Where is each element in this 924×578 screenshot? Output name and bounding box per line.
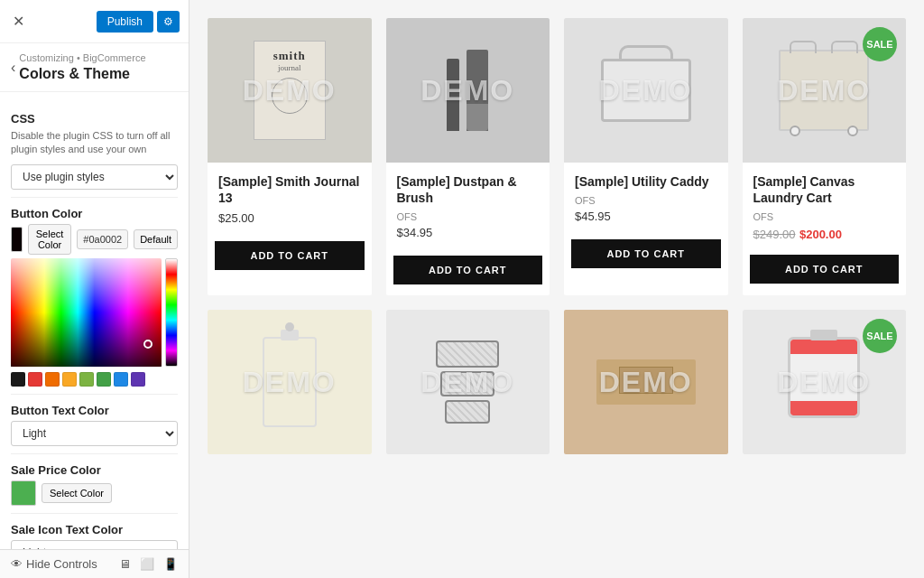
button-default-btn[interactable]: Default (134, 229, 178, 249)
plugin-css-select[interactable]: Use plugin styles Disable plugin CSS (11, 164, 178, 190)
button-hex-badge: #0a0002 (77, 229, 128, 249)
gear-button[interactable]: ⚙ (157, 11, 180, 33)
button-color-swatch (11, 227, 23, 252)
sidebar: ✕ Publish ⚙ ‹ Customizing • BigCommerce … (0, 0, 189, 578)
swatch-blue[interactable] (114, 372, 128, 387)
demo-text-3: DEMO (599, 74, 693, 107)
product-card-8: SALE DEMO (743, 310, 907, 454)
demo-overlay-2: DEMO (386, 18, 550, 163)
product-card-6: DEMO (386, 310, 550, 454)
product-image-2: DEMO (386, 18, 550, 163)
price-sale-4: $200.00 (799, 228, 842, 241)
product-image-5: DEMO (208, 310, 372, 454)
add-to-cart-3[interactable]: ADD TO CART (571, 239, 721, 268)
product-info-1: [Sample] Smith Journal 13 $25.00 (208, 163, 372, 234)
swatch-purple[interactable] (131, 372, 145, 387)
product-name-4: [Sample] Canvas Laundry Cart (753, 173, 896, 206)
sidebar-content: CSS Disable the plugin CSS to turn off a… (0, 92, 189, 549)
demo-overlay-1: DEMO (208, 18, 372, 163)
sale-price-swatch (11, 480, 36, 506)
product-name-2: [Sample] Dustpan & Brush (397, 173, 540, 206)
css-section-desc: Disable the plugin CSS to turn off all p… (11, 129, 178, 157)
page-title: Colors & Theme (19, 66, 145, 82)
color-hue-slider[interactable] (165, 258, 178, 367)
sale-badge-4: SALE (863, 27, 897, 61)
sidebar-topbar: ✕ Publish ⚙ (0, 0, 189, 43)
product-price-2: $34.95 (397, 226, 540, 239)
product-price-3: $45.95 (575, 210, 717, 223)
product-info-4: [Sample] Canvas Laundry Cart OFS $249.00… (743, 163, 907, 247)
swatch-red[interactable] (28, 372, 42, 387)
product-price-row-4: $249.00 $200.00 (753, 226, 896, 242)
demo-text-2: DEMO (420, 74, 514, 107)
demo-text-8: DEMO (777, 366, 871, 399)
demo-overlay-5: DEMO (208, 310, 372, 454)
demo-text-1: DEMO (243, 74, 337, 107)
button-text-color-label: Button Text Color (11, 404, 178, 417)
main-content: smith journal DEMO [Sample] Smith Journa… (189, 0, 924, 578)
color-swatches-row (11, 372, 178, 387)
product-image-8: SALE DEMO (743, 310, 907, 454)
breadcrumb-section: ‹ Customizing • BigCommerce Colors & The… (0, 43, 189, 92)
product-image-3: DEMO (564, 18, 728, 163)
product-card-3: DEMO [Sample] Utility Caddy OFS $45.95 A… (564, 18, 728, 295)
demo-text-6: DEMO (420, 366, 514, 399)
sale-price-select-btn[interactable]: Select Color (42, 483, 112, 503)
breadcrumb: Customizing • BigCommerce (19, 52, 145, 63)
button-text-color-select[interactable]: Light Dark (11, 421, 178, 446)
demo-text-5: DEMO (243, 366, 337, 399)
sale-icon-text-color-select[interactable]: Light Dark (11, 540, 178, 549)
product-card-2: DEMO [Sample] Dustpan & Brush OFS $34.95… (386, 18, 550, 295)
swatch-lime[interactable] (79, 372, 94, 387)
sidebar-footer: 👁 Hide Controls 🖥 ⬜ 📱 (0, 549, 189, 578)
demo-overlay-6: DEMO (386, 310, 550, 454)
demo-overlay-7: DEMO (564, 310, 728, 454)
product-image-4: SALE DEMO (743, 18, 907, 163)
add-to-cart-4[interactable]: ADD TO CART (750, 255, 900, 284)
product-card-7: DEMO (564, 310, 728, 454)
product-name-3: [Sample] Utility Caddy (575, 173, 717, 190)
product-name-1: [Sample] Smith Journal 13 (218, 173, 361, 206)
product-card-5: DEMO (208, 310, 372, 454)
close-button[interactable]: ✕ (9, 9, 28, 33)
product-info-3: [Sample] Utility Caddy OFS $45.95 (564, 163, 728, 232)
publish-button[interactable]: Publish (97, 11, 153, 33)
sale-price-color-row: Select Color (11, 480, 178, 506)
product-ofs-2: OFS (397, 211, 540, 222)
tablet-view-btn[interactable]: ⬜ (140, 557, 154, 571)
product-image-1: smith journal DEMO (208, 18, 372, 163)
price-original-4: $249.00 (753, 228, 796, 241)
product-ofs-4: OFS (753, 211, 896, 222)
eye-icon: 👁 (11, 557, 23, 571)
desktop-view-btn[interactable]: 🖥 (119, 557, 131, 571)
demo-text-7: DEMO (599, 366, 693, 399)
button-color-row: Select Color #0a0002 Default (11, 224, 178, 255)
swatch-black[interactable] (11, 372, 25, 387)
product-card-1: smith journal DEMO [Sample] Smith Journa… (208, 18, 372, 295)
mobile-view-btn[interactable]: 📱 (163, 557, 178, 571)
product-card-4: SALE DEMO [Sample] Canvas Laundry Cart O… (743, 18, 907, 295)
button-select-color-btn[interactable]: Select Color (28, 224, 72, 255)
button-color-label: Button Color (11, 207, 178, 220)
sale-icon-text-color-label: Sale Icon Text Color (11, 523, 178, 536)
hide-controls-label: Hide Controls (26, 557, 97, 571)
product-price-1: $25.00 (218, 211, 361, 225)
swatch-orange[interactable] (45, 372, 60, 387)
add-to-cart-2[interactable]: ADD TO CART (393, 256, 543, 284)
color-picker (11, 258, 178, 367)
back-button[interactable]: ‹ (11, 60, 15, 76)
demo-overlay-3: DEMO (564, 18, 728, 163)
product-grid: smith journal DEMO [Sample] Smith Journa… (208, 18, 906, 454)
swatch-green[interactable] (97, 372, 111, 387)
product-ofs-3: OFS (575, 195, 717, 206)
sale-price-color-label: Sale Price Color (11, 463, 178, 477)
color-gradient-area[interactable] (11, 258, 162, 367)
product-image-7: DEMO (564, 310, 728, 454)
product-info-2: [Sample] Dustpan & Brush OFS $34.95 (386, 163, 550, 248)
add-to-cart-1[interactable]: ADD TO CART (215, 241, 365, 270)
color-picker-circle[interactable] (143, 340, 152, 349)
css-section-label: CSS (11, 112, 178, 126)
demo-text-4: DEMO (777, 74, 871, 107)
hide-controls-btn[interactable]: 👁 Hide Controls (11, 557, 97, 571)
swatch-yellow[interactable] (62, 372, 77, 387)
